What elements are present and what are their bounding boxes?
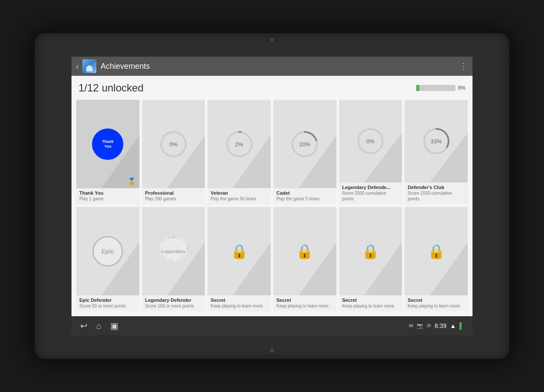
achievement-card[interactable]: 🔒 Secret Keep playing to learn more. <box>207 207 271 311</box>
achievements-header: 1/12 unlocked 8% <box>71 76 473 98</box>
unlocked-count: 1/12 unlocked <box>78 82 143 94</box>
screen-title: Achievements <box>101 62 459 71</box>
achievement-info: Secret Keep playing to learn more. <box>273 295 337 311</box>
achievement-card[interactable]: 2% Veteran Play the game 50 times <box>207 100 271 204</box>
achievement-info: Cadet Play the game 5 times <box>273 188 337 204</box>
app-icon <box>82 59 96 73</box>
back-button[interactable]: ‹ <box>76 61 79 71</box>
content-area: 1/12 unlocked 8% ThankYou <box>71 76 473 316</box>
achievement-desc: Keep playing to learn more. <box>276 303 333 309</box>
achievement-title: Cadet <box>276 190 333 196</box>
achievement-desc: Score 1500 cumulative points <box>408 190 465 202</box>
back-nav-icon[interactable]: ↩ <box>80 321 88 331</box>
circle-progress: 2% <box>224 129 255 159</box>
circle-progress: 0% <box>158 129 189 159</box>
achievement-icon-area: 🔒 <box>405 207 468 295</box>
achievement-info: Legendary Defende... Score 2500 cumulati… <box>339 182 402 204</box>
achievement-title: Secret <box>342 297 399 303</box>
achievement-title: Secret <box>408 297 465 303</box>
achievement-icon-area: Epic <box>76 207 139 295</box>
epic-badge: Epic <box>92 236 123 267</box>
achievement-icon-area: 🔒 <box>339 207 402 295</box>
progress-fill <box>416 85 419 91</box>
achievement-icon-area: 🔒 <box>207 207 271 295</box>
achievement-card[interactable]: Legendary Legendary Defender Score 100 o… <box>142 207 205 311</box>
nav-left: ↩ ⌂ ▣ <box>80 321 119 331</box>
achievement-card[interactable]: 0% Professional Play 200 games <box>142 100 205 204</box>
tablet: ‹ Achievements ⋮ 1/12 unlocked 8% <box>32 30 512 362</box>
thank-you-label: ThankYou <box>102 139 114 149</box>
achievement-desc: Keep playing to learn more. <box>342 303 399 309</box>
achievement-icon-area: 0% <box>339 100 402 182</box>
lock-icon: 🔒 <box>428 243 445 260</box>
thank-you-badge: ThankYou <box>92 128 123 160</box>
achievement-card[interactable]: 0% Legendary Defende... Score 2500 cumul… <box>339 100 402 204</box>
achievement-title: Legendary Defende... <box>342 185 399 190</box>
achievement-title: Epic Defender <box>79 297 136 303</box>
bottom-nav: ↩ ⌂ ▣ ✉ 📷 ⟳ 6:39 ▲ ▌ <box>71 316 473 335</box>
circle-progress: 33% <box>421 126 452 156</box>
wifi-icon: ▲ <box>450 322 456 329</box>
battery-icon: ▌ <box>459 322 464 329</box>
achievement-title: Secret <box>276 297 333 303</box>
screen: ‹ Achievements ⋮ 1/12 unlocked 8% <box>71 57 473 335</box>
achievement-card[interactable]: 33% Defender's Club Score 1500 cumulativ… <box>405 100 468 204</box>
achievement-desc: Keep playing to learn more. <box>408 303 465 309</box>
achievement-card[interactable]: 20% Cadet Play the game 5 times <box>273 100 337 204</box>
legendary-badge: Legendary <box>159 237 188 266</box>
achievement-card[interactable]: 🔒 Secret Keep playing to learn more. <box>339 207 402 311</box>
achievements-grid: ThankYou 🏅 Thank You Play 1 game 0% Prof… <box>71 98 473 316</box>
achievement-icon-area: 20% <box>273 100 337 188</box>
achievement-icon-area: 0% <box>142 100 205 188</box>
achievement-title: Veteran <box>211 190 268 196</box>
achievement-icon-area: 2% <box>207 100 271 188</box>
progress-label: 0% <box>170 141 178 147</box>
achievement-icon-area: Legendary <box>142 207 205 295</box>
achievement-icon-area: ThankYou 🏅 <box>76 100 139 188</box>
achievement-title: Secret <box>211 297 268 303</box>
achievement-info: Secret Keep playing to learn more. <box>339 295 402 311</box>
achievement-title: Legendary Defender <box>145 297 202 303</box>
sync-icon: ⟳ <box>427 323 431 329</box>
achievement-card[interactable]: Epic Epic Defender Score 50 or more poin… <box>76 207 139 311</box>
lock-icon: 🔒 <box>362 243 379 260</box>
achievement-title: Professional <box>145 190 202 196</box>
achievement-info: Legendary Defender Score 100 or more poi… <box>142 295 205 311</box>
achievement-card[interactable]: ThankYou 🏅 Thank You Play 1 game <box>76 100 139 204</box>
achievement-title: Defender's Club <box>408 185 465 190</box>
achievement-card[interactable]: 🔒 Secret Keep playing to learn more. <box>405 207 468 311</box>
lock-icon: 🔒 <box>296 243 313 260</box>
lock-icon: 🔒 <box>231 243 248 260</box>
achievement-desc: Keep playing to learn more. <box>211 303 268 309</box>
circle-progress: 20% <box>289 129 320 159</box>
status-time: 6:39 <box>435 322 446 329</box>
achievement-info: Epic Defender Score 50 or more points <box>76 295 139 311</box>
achievement-info: Professional Play 200 games <box>142 188 205 204</box>
progress-bar <box>416 85 456 91</box>
progress-container: 8% <box>416 85 466 91</box>
achievement-info: Secret Keep playing to learn more. <box>405 295 468 311</box>
circle-progress: 0% <box>355 126 386 156</box>
mail-icon: ✉ <box>409 323 413 329</box>
progress-percent: 8% <box>458 85 466 91</box>
progress-label: 0% <box>367 138 375 145</box>
award-icon: 🏅 <box>127 177 136 186</box>
overflow-menu-button[interactable]: ⋮ <box>459 61 468 71</box>
achievement-icon-area: 🔒 <box>273 207 337 295</box>
progress-label: 33% <box>431 138 442 145</box>
achievement-desc: Play the game 50 times <box>211 196 268 202</box>
achievement-desc: Score 50 or more points <box>79 303 136 309</box>
achievement-info: Thank You Play 1 game <box>76 188 139 204</box>
progress-label: 2% <box>235 141 243 147</box>
nav-right: ✉ 📷 ⟳ 6:39 ▲ ▌ <box>409 322 464 329</box>
photo-icon: 📷 <box>417 323 423 329</box>
recents-nav-icon[interactable]: ▣ <box>110 321 119 331</box>
achievement-desc: Play the game 5 times <box>276 196 333 202</box>
achievement-card[interactable]: 🔒 Secret Keep playing to learn more. <box>273 207 337 311</box>
top-bar: ‹ Achievements ⋮ <box>71 57 473 76</box>
achievement-desc: Score 2500 cumulative points <box>342 190 399 202</box>
achievement-desc: Play 1 game <box>79 196 136 202</box>
achievement-desc: Play 200 games <box>145 196 202 202</box>
home-nav-icon[interactable]: ⌂ <box>96 321 102 331</box>
achievement-info: Veteran Play the game 50 times <box>207 188 271 204</box>
